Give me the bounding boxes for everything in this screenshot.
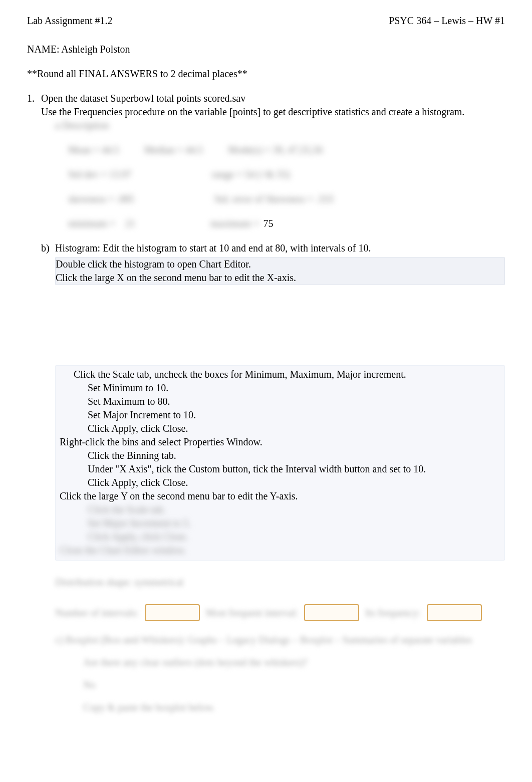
- q1-l2f: descriptive statistics: [288, 106, 369, 117]
- distribution-shape: Distribution shape: symmetrical: [55, 576, 505, 589]
- sc-l2a: Set Minimum to: [88, 382, 156, 393]
- xa-e: button, tick the: [220, 463, 286, 474]
- sc-l5c: , click: [136, 423, 163, 434]
- stat-mean: Mean = 44.5: [68, 143, 119, 157]
- bin-b: Binning: [127, 450, 159, 461]
- rc-c: Properties Window: [183, 436, 260, 447]
- y-obscured-3: Click Apply, click Close.: [60, 530, 500, 544]
- sc-l5d: Close: [163, 423, 186, 434]
- question-number: 1.: [27, 92, 41, 285]
- part-b: b) Histogram: Edit the histogram to star…: [41, 241, 505, 285]
- pb-l2c: .: [248, 258, 251, 270]
- sc-l4c: .: [193, 409, 196, 420]
- fill-label-2: Most frequent interval:: [206, 606, 298, 620]
- rc-d: .: [260, 436, 262, 447]
- q1-l2a: Use the: [41, 106, 74, 117]
- stat-se-skew: Std. error of Skewness = .333: [214, 192, 333, 206]
- assignment-title: Lab Assignment #1.2: [27, 14, 113, 28]
- y-obscured-1: Click the Scale tab.: [60, 503, 500, 516]
- ac-c: , click: [136, 477, 163, 488]
- sc-l2b: 10: [156, 382, 166, 393]
- fill-box-2[interactable]: [304, 604, 359, 621]
- ac-b: Apply: [111, 477, 136, 488]
- stat-mode: Mode(s) = 39, 47,55,56: [228, 143, 323, 157]
- q1-l2c: procedure on the variable: [122, 106, 229, 117]
- copy-paste-line: Copy & paste the boxplot below.: [27, 701, 505, 714]
- bin-c: tab.: [159, 450, 176, 461]
- sc-l1c: tab, uncheck the boxes for Minimum, Maxi…: [134, 369, 406, 380]
- ac-a: Click: [88, 477, 111, 488]
- xa-g: button and set to 10.: [342, 463, 426, 474]
- course-header: PSYC 364 – Lewis – HW #1: [389, 14, 505, 28]
- outlier-answer: No: [27, 678, 505, 692]
- part-b-line1: Histogram: Edit the histogram to start a…: [55, 241, 505, 255]
- rc-b: the bins and select: [105, 436, 183, 447]
- sc-l5b: Apply: [111, 423, 136, 434]
- part-b-label: b): [41, 241, 55, 285]
- fill-box-3[interactable]: [427, 604, 482, 621]
- q1-l2h: histogram: [422, 106, 462, 117]
- bin-a: Click the: [88, 450, 127, 461]
- sc-l2c: .: [166, 382, 168, 393]
- fill-label-1: Number of intervals:: [55, 606, 139, 620]
- stat-median: Median = 44.5: [144, 143, 203, 157]
- q1-l2e: to get: [260, 106, 288, 117]
- sc-l1a: Click the: [74, 369, 113, 380]
- xa-c: , tick the: [151, 463, 188, 474]
- q1-l2b: Frequencies: [74, 106, 123, 117]
- sc-l5e: .: [185, 423, 188, 434]
- q1-l2d: [points]: [229, 106, 260, 117]
- stat-min: minimum = 21: [68, 217, 135, 230]
- pb-l2b: Chart Editor: [199, 258, 248, 270]
- rc-a: Right-click: [60, 436, 105, 447]
- fill-label-3: Its frequency:: [365, 606, 421, 620]
- y-obscured-4: Close the Chart Editor window.: [60, 544, 500, 557]
- sc-l3b: 80: [157, 396, 167, 407]
- sc-l4a: Set Major Increment to: [88, 409, 183, 420]
- xa-d: Custom: [189, 463, 220, 474]
- fill-box-1[interactable]: [145, 604, 200, 621]
- q1-l2g: and create a: [369, 106, 422, 117]
- q1-l2i: .: [462, 106, 464, 117]
- stat-max-label: maximum =: [210, 217, 259, 230]
- part-b-line3: Click the large X on the second menu bar…: [56, 271, 502, 285]
- sc-l4b: 10: [183, 409, 193, 420]
- stat-skew: skewness = .085: [68, 192, 134, 206]
- xa-b: "X Axis": [115, 463, 151, 474]
- stat-range: range = 54 (<& 55): [212, 168, 290, 181]
- sc-l1b: Scale: [113, 369, 134, 380]
- q1-dataset: Superbowl total points scored.sav: [110, 93, 245, 104]
- sc-l5a: Click: [88, 423, 111, 434]
- part-a-label: a Description: [41, 119, 505, 132]
- student-name: NAME: Ashleigh Polston: [27, 43, 505, 56]
- stat-stddev: Std dev = 13.97: [68, 168, 132, 181]
- question-1: 1. Open the dataset Superbowl total poin…: [27, 92, 505, 285]
- sc-l3c: .: [167, 396, 170, 407]
- rounding-note: **Round all FINAL ANSWERS to 2 decimal p…: [27, 67, 505, 81]
- y-obscured-2: Set Major Increment to 5.: [60, 516, 500, 530]
- ac-d: Close: [163, 477, 186, 488]
- pb-l2a: Double click the histogram to open: [56, 258, 199, 270]
- boxplot-line: c) Boxplot (Box-and-Whiskers): Graphs – …: [27, 633, 505, 647]
- xa-f: Interval width: [286, 463, 342, 474]
- stat-max-value: 75: [263, 217, 273, 230]
- ac-e: .: [185, 477, 188, 488]
- xa-a: Under: [88, 463, 115, 474]
- outlier-question: Are there any clear outliers (dots beyon…: [27, 656, 505, 669]
- y-axis-line: Click the large Y on the second menu bar…: [60, 489, 500, 503]
- sc-l3a: Set Maximum to: [88, 396, 157, 407]
- q1-line1-a: Open the dataset: [41, 93, 110, 104]
